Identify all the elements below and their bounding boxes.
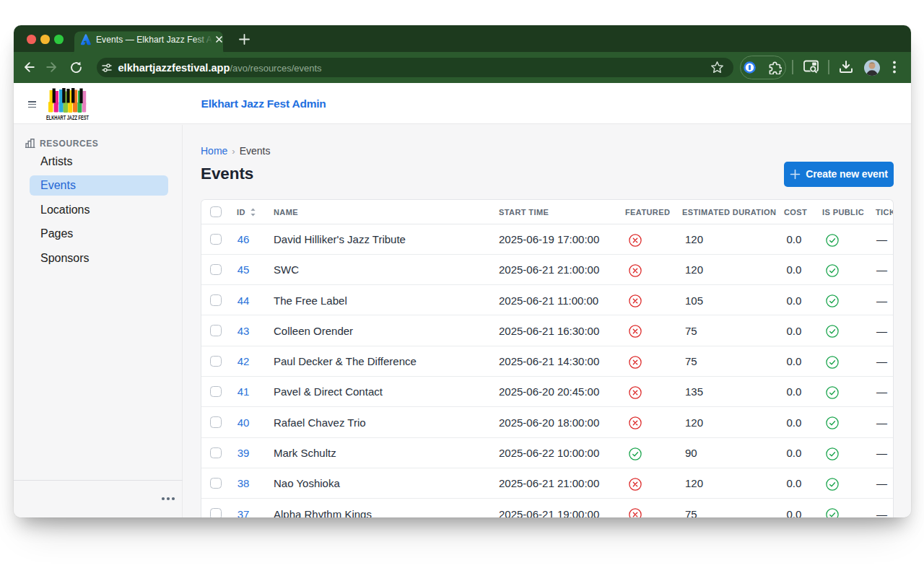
svg-text:ELKHART JAZZ FEST: ELKHART JAZZ FEST [46, 114, 89, 121]
